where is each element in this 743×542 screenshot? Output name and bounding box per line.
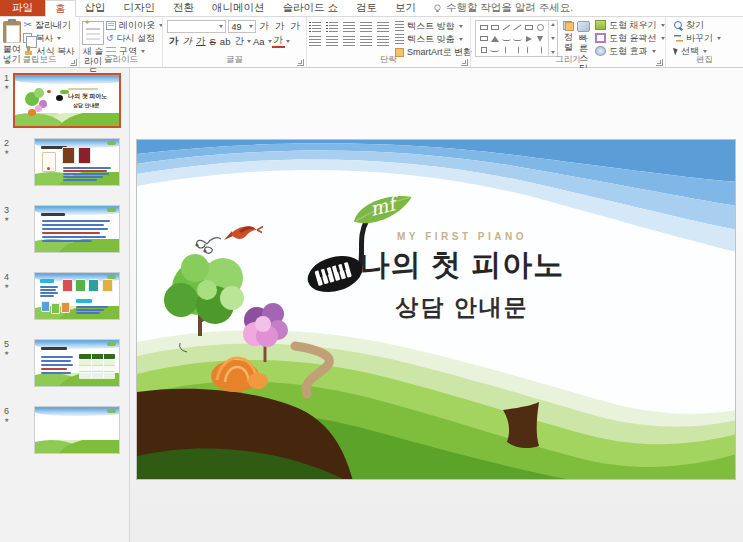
thumbnail-row-1: 1 ★ 나의 첫 피아노 상담 안내문 [0,73,129,128]
text-direction-icon [395,21,404,31]
italic-button[interactable]: 가 [181,35,195,48]
copy-icon [23,33,32,43]
mini-sky [15,75,119,84]
slide-title-line2[interactable]: 상담 안내문 [277,292,647,323]
slide-thumbnail-5[interactable] [34,339,120,387]
grow-font-button[interactable]: 가 [258,20,272,33]
drawing-dialog-launcher[interactable] [656,59,663,66]
font-name-combo[interactable] [167,20,226,33]
arrange-button[interactable]: 정렬 [563,19,574,53]
align-text-button[interactable]: 텍스트 맞춤 [393,33,482,45]
thumbnail-row-3: 3 ★ [0,205,129,253]
slide-number: 3 [4,205,9,215]
tab-home[interactable]: 홈 [45,0,76,17]
decrease-indent-button[interactable] [343,22,355,32]
tab-slideshow[interactable]: 슬라이드 쇼 [274,0,347,16]
shapes-gallery-scroll[interactable] [548,21,557,56]
tell-me-box[interactable]: 수행할 작업을 알려 주세요. [425,0,581,16]
slide-thumbnail-4[interactable] [34,272,120,320]
scissors-icon: ✂ [23,20,31,30]
thumbnail-row-2: 2 ★ [0,138,129,186]
text-shadow-button[interactable]: ab [218,35,233,48]
slide-thumbnail-6[interactable] [34,406,120,454]
tab-file[interactable]: 파일 [0,0,45,16]
align-right-button[interactable] [343,36,355,46]
mini-note-logo [56,95,63,101]
slide-thumbnail-2[interactable] [34,138,120,186]
align-left-button[interactable] [309,36,321,46]
mini-bird [47,90,51,93]
editing-group-label: 편집 [666,54,743,66]
increase-indent-button[interactable] [360,22,372,32]
paste-icon [3,21,21,43]
copy-button[interactable]: 복사 [21,32,77,44]
tell-me-label: 수행할 작업을 알려 주세요. [446,1,573,15]
mini-title: 나의 첫 피아노 [68,92,107,101]
reset-button[interactable]: ↺ 다시 설정 [104,32,165,44]
slide-number: 2 [4,138,9,148]
bullets-button[interactable] [309,22,321,32]
shapes-grid-icon [476,21,548,56]
paragraph-dialog-launcher[interactable] [461,59,468,66]
justify-button[interactable] [360,36,372,46]
shrink-font-button[interactable]: 가 [273,20,287,33]
shape-outline-button[interactable]: 도형 윤곽선 [593,32,667,44]
numbering-button[interactable] [326,22,338,32]
mini-photo [62,147,75,164]
mini-book [102,279,113,292]
font-group-label: 글꼴 [163,54,306,66]
mini-logo [107,141,116,145]
font-size-combo[interactable]: 49 [228,20,255,33]
slide-thumbnail-3[interactable] [34,205,120,253]
change-case-button[interactable]: Aa [251,35,267,48]
underline-button[interactable]: 가 [194,35,208,48]
group-font: 49 가 가 가 가 가 가 S ab 간 Aa 가 글꼴 [162,17,306,67]
transition-star-icon: ★ [4,84,13,91]
slide-title[interactable]: 나의 첫 피아노 [277,245,647,286]
mini-chip [40,279,54,283]
tab-transitions[interactable]: 전환 [164,0,203,16]
line-spacing-button[interactable] [377,22,389,32]
cut-button[interactable]: ✂ 잘라내기 [21,19,77,31]
shape-fill-button[interactable]: 도형 채우기 [593,19,667,31]
layout-button[interactable]: 레이아웃 [104,19,165,31]
new-slide-button[interactable]: 새 슬라이드 [82,19,104,77]
shape-fill-icon [595,20,606,30]
replace-button[interactable]: 바꾸기 [672,32,723,44]
font-color-button[interactable]: 가 [272,35,286,48]
bold-button[interactable]: 가 [167,35,181,48]
tab-animations[interactable]: 애니메이션 [203,0,274,16]
columns-button[interactable] [377,36,389,46]
mini-table-row [79,366,115,372]
find-icon [674,21,683,30]
character-spacing-button[interactable]: 간 [232,35,246,48]
reset-icon: ↺ [106,34,114,43]
tab-review[interactable]: 검토 [347,0,386,16]
clipboard-dialog-launcher[interactable] [70,59,77,66]
lightbulb-icon [433,4,442,13]
current-slide[interactable]: mf MY FIRST PIANO 나의 첫 피아노 상담 안내문 [136,139,736,480]
thumbnail-row-6: 6 ★ [0,406,129,454]
ribbon: 붙여넣기 ✂ 잘라내기 복사 서식 복사 클립보드 [0,17,743,68]
font-dialog-launcher[interactable] [297,59,304,66]
find-button[interactable]: 찾기 [672,19,723,31]
strikethrough-button[interactable]: S [208,35,218,48]
group-paragraph: 텍스트 방향 텍스트 맞춤 SmartArt로 변환 단락 [306,17,470,67]
group-clipboard: 붙여넣기 ✂ 잘라내기 복사 서식 복사 클립보드 [0,17,79,67]
align-center-button[interactable] [326,36,338,46]
slide-thumbnail-1[interactable]: 나의 첫 피아노 상담 안내문 [13,73,121,128]
mini-book [88,279,99,292]
mini-photo [78,147,91,164]
transition-star-icon: ★ [4,216,13,223]
tab-design[interactable]: 디자인 [115,0,165,16]
shapes-gallery[interactable] [475,20,558,57]
group-drawing: 정렬 빠른 스타일 도형 채우기 도형 윤곽선 도 [470,17,665,67]
slide-subtitle[interactable]: MY FIRST PIANO [277,231,647,242]
slide-editor-canvas[interactable]: mf MY FIRST PIANO 나의 첫 피아노 상담 안내문 [130,68,743,542]
thumbnail-row-4: 4 ★ [0,272,129,320]
clear-formatting-button[interactable]: 가 [289,20,303,33]
layout-icon [106,21,116,30]
text-direction-button[interactable]: 텍스트 방향 [393,20,482,32]
tab-insert[interactable]: 삽입 [76,0,115,16]
tab-view[interactable]: 보기 [386,0,425,16]
